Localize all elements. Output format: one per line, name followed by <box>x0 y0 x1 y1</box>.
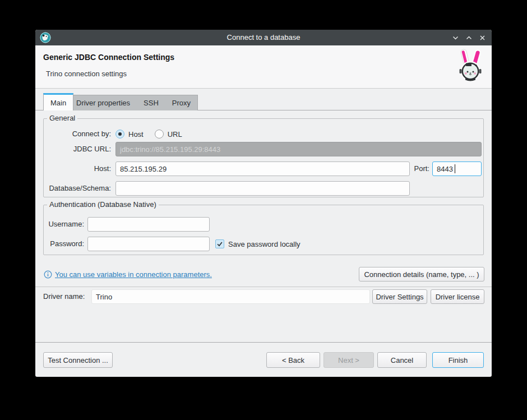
radio-host[interactable] <box>115 130 124 139</box>
jdbc-url-input <box>115 142 482 156</box>
text-caret <box>455 164 455 173</box>
tab-main[interactable]: Main <box>43 93 73 110</box>
driver-license-button[interactable]: Driver license <box>431 289 484 304</box>
radio-url[interactable] <box>155 130 164 139</box>
check-icon <box>216 241 223 247</box>
finish-button[interactable]: Finish <box>432 352 484 368</box>
tab-ssh[interactable]: SSH <box>137 95 165 110</box>
general-group: General Connect by: Host URL JDBC URL: H… <box>43 118 484 197</box>
info-icon <box>44 270 52 279</box>
radio-url-label: URL <box>168 130 182 139</box>
auth-group-legend: Authentication (Database Native) <box>47 200 159 209</box>
footer-divider <box>35 342 492 343</box>
close-icon[interactable] <box>479 34 486 41</box>
tab-driver-properties[interactable]: Driver properties <box>70 95 137 110</box>
username-input[interactable] <box>87 217 210 232</box>
save-password-checkbox[interactable] <box>215 239 224 248</box>
radio-host-label: Host <box>128 130 144 139</box>
wizard-header: Generic JDBC Connection Settings Trino c… <box>35 45 492 89</box>
window-title: Connect to a database <box>35 30 492 45</box>
auth-group: Authentication (Database Native) Usernam… <box>43 205 484 255</box>
maximize-icon[interactable] <box>465 34 473 41</box>
connect-by-label: Connect by: <box>44 127 111 141</box>
back-button[interactable]: < Back <box>266 352 320 368</box>
connect-database-dialog: Connect to a database Generic JDBC Conne… <box>35 30 492 377</box>
host-input[interactable] <box>115 161 410 176</box>
driver-settings-button[interactable]: Driver Settings <box>372 289 427 304</box>
jdbc-url-label: JDBC URL: <box>44 142 111 156</box>
database-input[interactable] <box>115 181 410 196</box>
password-label: Password: <box>46 237 84 251</box>
port-label: Port: <box>407 161 429 176</box>
connection-details-button[interactable]: Connection details (name, type, ... ) <box>359 267 484 281</box>
save-password-label: Save password locally <box>228 240 301 248</box>
username-label: Username: <box>46 217 84 232</box>
password-input[interactable] <box>87 237 210 251</box>
titlebar[interactable]: Connect to a database <box>35 30 492 45</box>
host-label: Host: <box>44 161 111 176</box>
driver-name-label: Driver name: <box>43 289 85 304</box>
general-group-legend: General <box>47 114 77 122</box>
page-title: Generic JDBC Connection Settings <box>43 53 174 62</box>
minimize-icon[interactable] <box>452 34 459 41</box>
variables-link[interactable]: You can use variables in connection para… <box>55 270 212 279</box>
database-label: Database/Schema: <box>44 181 111 196</box>
test-connection-button[interactable]: Test Connection ... <box>43 352 113 368</box>
next-button: Next > <box>323 352 374 368</box>
trino-bunny-icon <box>456 48 484 84</box>
port-input[interactable] <box>432 161 482 176</box>
driver-name-field <box>91 289 370 304</box>
cancel-button[interactable]: Cancel <box>377 352 427 368</box>
tab-strip: Driver properties SSH Proxy <box>69 95 198 110</box>
tab-proxy[interactable]: Proxy <box>165 95 197 110</box>
driver-divider <box>35 287 492 287</box>
page-subtitle: Trino connection settings <box>46 70 127 78</box>
